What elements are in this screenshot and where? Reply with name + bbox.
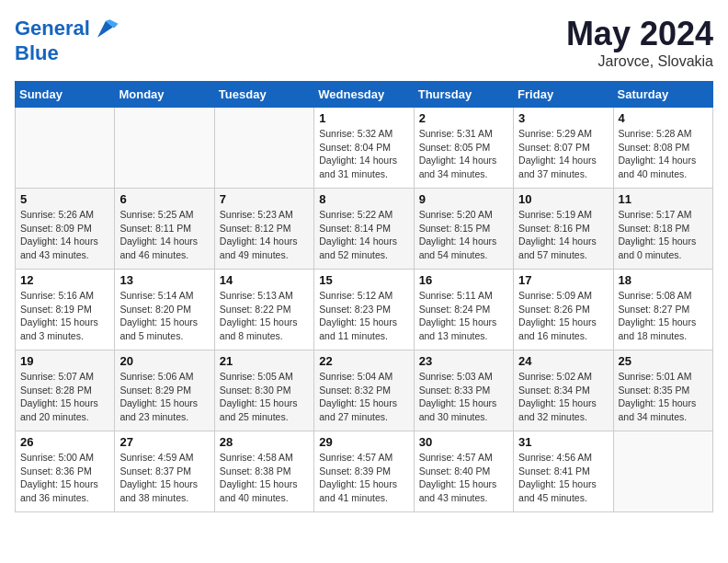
calendar-cell: 19Sunrise: 5:07 AM Sunset: 8:28 PM Dayli…: [16, 350, 115, 431]
day-info: Sunrise: 5:23 AM Sunset: 8:12 PM Dayligh…: [220, 208, 309, 262]
calendar-cell: 1Sunrise: 5:32 AM Sunset: 8:04 PM Daylig…: [314, 108, 414, 189]
day-info: Sunrise: 4:56 AM Sunset: 8:41 PM Dayligh…: [518, 451, 608, 505]
day-number: 13: [119, 273, 209, 287]
day-number: 12: [20, 273, 109, 287]
logo-blue-text: Blue: [15, 42, 119, 64]
calendar-cell: 24Sunrise: 5:02 AM Sunset: 8:34 PM Dayli…: [514, 350, 613, 431]
day-number: 26: [20, 435, 109, 449]
calendar-cell: 7Sunrise: 5:23 AM Sunset: 8:12 PM Daylig…: [214, 189, 313, 270]
day-number: 1: [319, 111, 408, 125]
subtitle: Jarovce, Slovakia: [566, 53, 713, 70]
day-info: Sunrise: 5:00 AM Sunset: 8:36 PM Dayligh…: [20, 451, 109, 505]
weekday-header: Saturday: [613, 82, 712, 108]
calendar-cell: 6Sunrise: 5:25 AM Sunset: 8:11 PM Daylig…: [115, 189, 214, 270]
calendar-week-row: 19Sunrise: 5:07 AM Sunset: 8:28 PM Dayli…: [16, 350, 713, 431]
day-number: 20: [119, 354, 209, 368]
day-number: 25: [619, 354, 708, 368]
day-info: Sunrise: 4:58 AM Sunset: 8:38 PM Dayligh…: [220, 451, 309, 505]
calendar-body: 1Sunrise: 5:32 AM Sunset: 8:04 PM Daylig…: [16, 108, 713, 512]
calendar-week-row: 5Sunrise: 5:26 AM Sunset: 8:09 PM Daylig…: [16, 189, 713, 270]
calendar-cell: 13Sunrise: 5:14 AM Sunset: 8:20 PM Dayli…: [115, 270, 214, 350]
day-number: 14: [220, 273, 309, 287]
day-info: Sunrise: 5:25 AM Sunset: 8:11 PM Dayligh…: [119, 208, 209, 262]
logo: General Blue: [15, 15, 119, 64]
title-area: May 2024 Jarovce, Slovakia: [566, 15, 713, 70]
calendar-week-row: 12Sunrise: 5:16 AM Sunset: 8:19 PM Dayli…: [16, 270, 713, 350]
day-info: Sunrise: 4:59 AM Sunset: 8:37 PM Dayligh…: [119, 451, 209, 505]
calendar-cell: 26Sunrise: 5:00 AM Sunset: 8:36 PM Dayli…: [16, 431, 115, 512]
calendar-cell: 31Sunrise: 4:56 AM Sunset: 8:41 PM Dayli…: [514, 431, 613, 512]
day-number: 23: [419, 354, 508, 368]
day-number: 19: [20, 354, 109, 368]
day-info: Sunrise: 5:09 AM Sunset: 8:26 PM Dayligh…: [518, 289, 608, 343]
day-number: 9: [419, 192, 508, 206]
day-info: Sunrise: 5:16 AM Sunset: 8:19 PM Dayligh…: [20, 289, 109, 343]
calendar-cell: [115, 108, 214, 189]
day-number: 22: [319, 354, 408, 368]
calendar-cell: 21Sunrise: 5:05 AM Sunset: 8:30 PM Dayli…: [214, 350, 313, 431]
day-info: Sunrise: 5:03 AM Sunset: 8:33 PM Dayligh…: [419, 370, 508, 424]
day-number: 3: [518, 111, 608, 125]
day-number: 24: [518, 354, 608, 368]
day-info: Sunrise: 5:05 AM Sunset: 8:30 PM Dayligh…: [220, 370, 309, 424]
day-number: 8: [319, 192, 408, 206]
calendar-cell: 17Sunrise: 5:09 AM Sunset: 8:26 PM Dayli…: [514, 270, 613, 350]
weekday-row: SundayMondayTuesdayWednesdayThursdayFrid…: [16, 82, 713, 108]
calendar-cell: 27Sunrise: 4:59 AM Sunset: 8:37 PM Dayli…: [115, 431, 214, 512]
weekday-header: Friday: [514, 82, 613, 108]
calendar-header: SundayMondayTuesdayWednesdayThursdayFrid…: [16, 82, 713, 108]
day-number: 10: [518, 192, 608, 206]
calendar-cell: [214, 108, 313, 189]
weekday-header: Sunday: [16, 82, 115, 108]
day-info: Sunrise: 5:28 AM Sunset: 8:08 PM Dayligh…: [619, 127, 708, 181]
day-info: Sunrise: 5:31 AM Sunset: 8:05 PM Dayligh…: [419, 127, 508, 181]
calendar-cell: 16Sunrise: 5:11 AM Sunset: 8:24 PM Dayli…: [414, 270, 513, 350]
weekday-header: Wednesday: [314, 82, 414, 108]
day-number: 31: [518, 435, 608, 449]
day-number: 11: [619, 192, 708, 206]
day-info: Sunrise: 4:57 AM Sunset: 8:40 PM Dayligh…: [419, 451, 508, 505]
day-info: Sunrise: 5:02 AM Sunset: 8:34 PM Dayligh…: [518, 370, 608, 424]
day-number: 27: [119, 435, 209, 449]
day-info: Sunrise: 5:19 AM Sunset: 8:16 PM Dayligh…: [518, 208, 608, 262]
day-info: Sunrise: 5:13 AM Sunset: 8:22 PM Dayligh…: [220, 289, 309, 343]
day-info: Sunrise: 5:14 AM Sunset: 8:20 PM Dayligh…: [119, 289, 209, 343]
calendar-cell: 29Sunrise: 4:57 AM Sunset: 8:39 PM Dayli…: [314, 431, 414, 512]
day-number: 15: [319, 273, 408, 287]
day-number: 16: [419, 273, 508, 287]
calendar-cell: 14Sunrise: 5:13 AM Sunset: 8:22 PM Dayli…: [214, 270, 313, 350]
calendar-cell: 30Sunrise: 4:57 AM Sunset: 8:40 PM Dayli…: [414, 431, 513, 512]
day-info: Sunrise: 5:06 AM Sunset: 8:29 PM Dayligh…: [119, 370, 209, 424]
calendar-cell: 2Sunrise: 5:31 AM Sunset: 8:05 PM Daylig…: [414, 108, 513, 189]
calendar-cell: 28Sunrise: 4:58 AM Sunset: 8:38 PM Dayli…: [214, 431, 313, 512]
calendar-cell: 5Sunrise: 5:26 AM Sunset: 8:09 PM Daylig…: [16, 189, 115, 270]
day-number: 5: [20, 192, 109, 206]
calendar-cell: [16, 108, 115, 189]
calendar-cell: 10Sunrise: 5:19 AM Sunset: 8:16 PM Dayli…: [514, 189, 613, 270]
calendar-cell: 12Sunrise: 5:16 AM Sunset: 8:19 PM Dayli…: [16, 270, 115, 350]
logo-icon: [92, 15, 119, 42]
calendar-cell: 9Sunrise: 5:20 AM Sunset: 8:15 PM Daylig…: [414, 189, 513, 270]
calendar-week-row: 26Sunrise: 5:00 AM Sunset: 8:36 PM Dayli…: [16, 431, 713, 512]
calendar-cell: 3Sunrise: 5:29 AM Sunset: 8:07 PM Daylig…: [514, 108, 613, 189]
day-number: 7: [220, 192, 309, 206]
day-number: 4: [619, 111, 708, 125]
weekday-header: Thursday: [414, 82, 513, 108]
day-info: Sunrise: 5:20 AM Sunset: 8:15 PM Dayligh…: [419, 208, 508, 262]
calendar-week-row: 1Sunrise: 5:32 AM Sunset: 8:04 PM Daylig…: [16, 108, 713, 189]
day-number: 30: [419, 435, 508, 449]
calendar-cell: 20Sunrise: 5:06 AM Sunset: 8:29 PM Dayli…: [115, 350, 214, 431]
calendar-cell: 18Sunrise: 5:08 AM Sunset: 8:27 PM Dayli…: [613, 270, 712, 350]
day-info: Sunrise: 5:29 AM Sunset: 8:07 PM Dayligh…: [518, 127, 608, 181]
day-info: Sunrise: 5:12 AM Sunset: 8:23 PM Dayligh…: [319, 289, 408, 343]
day-info: Sunrise: 5:17 AM Sunset: 8:18 PM Dayligh…: [619, 208, 708, 262]
weekday-header: Tuesday: [214, 82, 313, 108]
day-number: 29: [319, 435, 408, 449]
day-number: 2: [419, 111, 508, 125]
page-header: General Blue May 2024 Jarovce, Slovakia: [15, 15, 713, 70]
weekday-header: Monday: [115, 82, 214, 108]
day-info: Sunrise: 5:07 AM Sunset: 8:28 PM Dayligh…: [20, 370, 109, 424]
logo-text: General: [15, 17, 90, 40]
day-number: 21: [220, 354, 309, 368]
day-info: Sunrise: 5:01 AM Sunset: 8:35 PM Dayligh…: [619, 370, 708, 424]
